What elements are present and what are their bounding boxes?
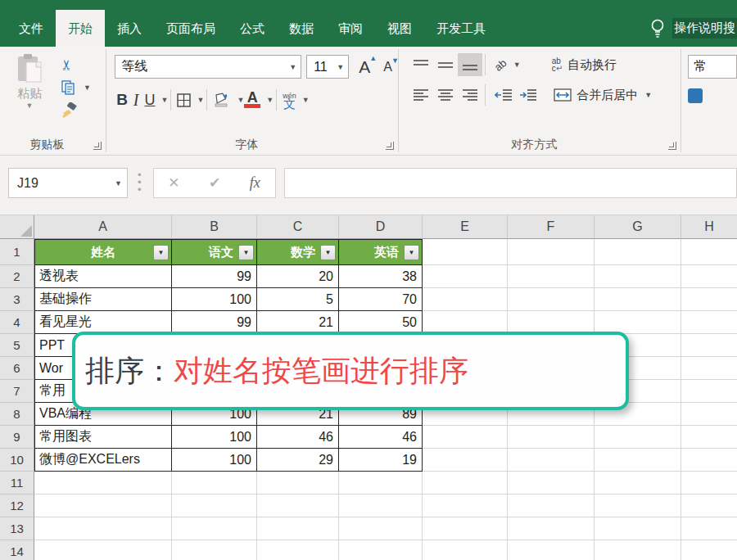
row-header[interactable]: 6 (0, 357, 34, 380)
cell[interactable] (508, 239, 595, 265)
column-header-d[interactable]: D (339, 215, 423, 239)
tab-formulas[interactable]: 公式 (228, 10, 277, 47)
orientation-button[interactable]: ab ▼ (495, 59, 520, 71)
font-name-combo[interactable]: 等线 ▼ (115, 55, 301, 79)
cell[interactable] (595, 449, 681, 472)
cell[interactable]: 20 (257, 265, 339, 288)
formula-bar-resize-handle[interactable]: ••• (138, 171, 142, 193)
merge-center-button[interactable]: 合并后居中 ▼ (554, 88, 652, 103)
cell[interactable] (595, 517, 681, 540)
cell[interactable] (423, 517, 508, 540)
name-box-dropdown-arrow[interactable]: ▼ (115, 179, 122, 187)
cell[interactable] (681, 311, 737, 334)
cell[interactable] (423, 311, 508, 334)
cell[interactable]: 微博@EXCELers (34, 449, 172, 472)
underline-dropdown-arrow[interactable]: ▼ (161, 96, 169, 104)
cell[interactable] (34, 517, 172, 540)
cell[interactable] (172, 540, 257, 560)
cell[interactable] (681, 540, 737, 560)
cell[interactable]: 29 (257, 449, 339, 472)
cell[interactable]: 常用图表 (34, 426, 172, 449)
tab-view[interactable]: 视图 (375, 10, 424, 47)
cell[interactable] (339, 495, 423, 517)
filter-button[interactable]: ▼ (238, 245, 254, 260)
paste-dropdown-arrow[interactable]: ▼ (26, 102, 34, 110)
tab-home[interactable]: 开始 (56, 10, 105, 47)
name-box[interactable]: J19 ▼ (8, 168, 128, 198)
cell[interactable] (508, 265, 595, 288)
cell[interactable]: 38 (339, 265, 423, 288)
cell[interactable] (34, 495, 172, 517)
column-header-e[interactable]: E (423, 215, 508, 239)
font-name-dropdown-arrow[interactable]: ▼ (289, 63, 296, 71)
row-header[interactable]: 13 (0, 517, 34, 540)
align-middle-button[interactable] (433, 53, 458, 76)
align-left-button[interactable] (409, 84, 433, 106)
cell[interactable] (595, 265, 681, 288)
number-format-combo[interactable]: 常 (688, 55, 737, 79)
bold-button[interactable]: B (116, 91, 128, 109)
cell[interactable] (34, 540, 172, 560)
tab-page-layout[interactable]: 页面布局 (154, 10, 228, 47)
borders-button[interactable] (177, 93, 191, 107)
row-header[interactable]: 7 (0, 380, 34, 403)
cell[interactable] (681, 495, 737, 517)
cell[interactable] (681, 403, 737, 426)
cell[interactable] (595, 540, 681, 560)
cell[interactable] (595, 288, 681, 311)
underline-button[interactable]: U (145, 92, 156, 109)
font-dialog-launcher[interactable] (386, 142, 394, 150)
cell[interactable] (681, 265, 737, 288)
filter-button[interactable]: ▼ (153, 245, 169, 260)
decrease-indent-button[interactable] (491, 84, 516, 106)
format-painter-button[interactable] (61, 99, 91, 122)
cell-b1[interactable]: 语文 ▼ (172, 239, 257, 265)
row-header[interactable]: 9 (0, 426, 34, 449)
cell[interactable] (172, 495, 257, 517)
paste-button[interactable]: 粘贴 ▼ (8, 53, 51, 122)
cell[interactable] (508, 311, 595, 334)
clipboard-dialog-launcher[interactable] (93, 142, 102, 150)
cell[interactable]: 基础操作 (34, 288, 172, 311)
cell[interactable] (681, 239, 737, 265)
row-header[interactable]: 11 (0, 472, 34, 495)
tell-me-search[interactable]: 操作说明搜 (649, 10, 737, 47)
column-header-c[interactable]: C (257, 215, 339, 239)
merge-center-dropdown-arrow[interactable]: ▼ (644, 91, 652, 99)
align-right-button[interactable] (458, 84, 482, 106)
align-top-button[interactable] (409, 53, 433, 76)
cell-d1[interactable]: 英语 ▼ (339, 239, 423, 265)
cell[interactable] (257, 540, 339, 560)
row-header[interactable]: 2 (0, 265, 34, 288)
cell[interactable] (34, 472, 172, 495)
cell[interactable] (339, 540, 423, 560)
cell[interactable] (423, 288, 508, 311)
cell[interactable]: 50 (339, 311, 423, 334)
cell[interactable] (508, 449, 595, 472)
column-header-h[interactable]: H (681, 215, 737, 239)
copy-button[interactable]: ▼ (61, 76, 91, 99)
cell[interactable] (681, 449, 737, 472)
font-color-dropdown-arrow[interactable]: ▼ (266, 96, 274, 104)
cell[interactable] (257, 517, 339, 540)
row-header[interactable]: 8 (0, 403, 34, 426)
cell[interactable] (423, 495, 508, 517)
cell[interactable] (681, 288, 737, 311)
font-size-combo[interactable]: 11 ▼ (306, 55, 349, 79)
formula-input[interactable] (284, 168, 737, 198)
borders-dropdown-arrow[interactable]: ▼ (197, 96, 204, 104)
fill-color-button[interactable] (213, 92, 231, 108)
column-header-a[interactable]: A (34, 215, 172, 239)
cell[interactable] (423, 239, 508, 265)
font-size-dropdown-arrow[interactable]: ▼ (337, 63, 344, 71)
cell[interactable]: 100 (172, 426, 257, 449)
font-color-button[interactable]: A (244, 92, 260, 108)
cell[interactable] (172, 472, 257, 495)
row-header-1[interactable]: 1 (0, 239, 34, 265)
cell[interactable] (339, 472, 423, 495)
cell[interactable] (681, 426, 737, 449)
cell[interactable] (508, 517, 595, 540)
cell[interactable] (172, 517, 257, 540)
cell[interactable] (257, 472, 339, 495)
copy-dropdown-arrow[interactable]: ▼ (84, 84, 91, 92)
